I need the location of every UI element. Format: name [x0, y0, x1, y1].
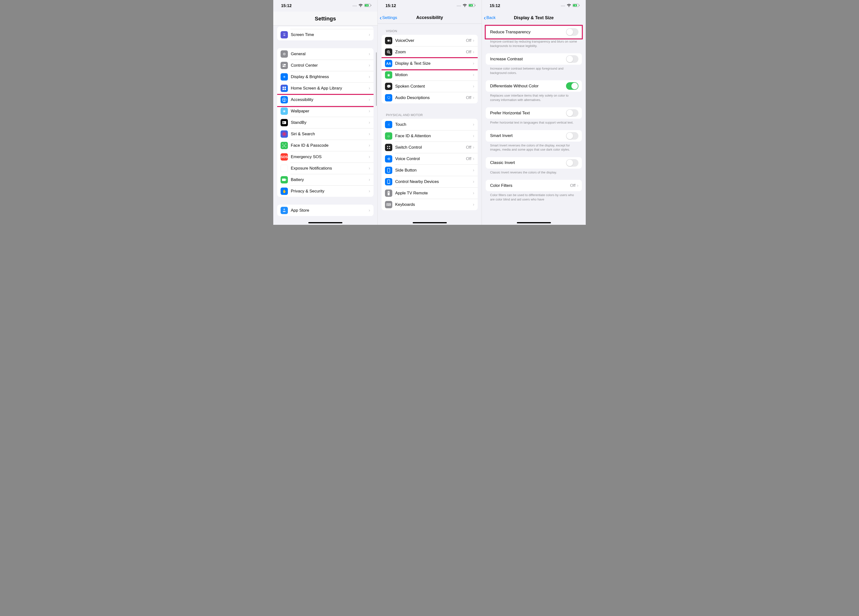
row-label: Spoken Content: [395, 84, 473, 89]
row-increase-contrast[interactable]: Increase Contrast: [486, 53, 582, 65]
row-label: Color Filters: [490, 183, 570, 188]
row-classic-invert[interactable]: Classic Invert: [486, 157, 582, 168]
row-control-nearby[interactable]: Control Nearby Devices ›: [381, 176, 478, 187]
row-screen-time[interactable]: ⌛︎ Screen Time ›: [277, 29, 373, 41]
svg-rect-32: [387, 168, 390, 172]
row-keyboards[interactable]: ⌨︎ Keyboards ›: [381, 199, 478, 210]
row-faceid-attention[interactable]: ☺︎ Face ID & Attention ›: [381, 130, 478, 142]
row-faceid-passcode[interactable]: Face ID & Passcode ›: [277, 140, 373, 151]
scrollbar[interactable]: [376, 52, 377, 106]
row-voiceover[interactable]: VoiceOver Off ›: [381, 35, 478, 46]
status-bar: 15:12 ••••: [273, 0, 378, 12]
row-side-button[interactable]: Side Button ›: [381, 164, 478, 176]
toggle-reduce-transparency[interactable]: [566, 28, 578, 36]
group-prefer-horizontal: Prefer Horizontal Text: [486, 107, 582, 119]
row-color-filters[interactable]: Color Filters Off ›: [486, 180, 582, 191]
row-prefer-horizontal[interactable]: Prefer Horizontal Text: [486, 107, 582, 119]
row-accessibility[interactable]: Accessibility ›: [277, 94, 373, 105]
svg-rect-33: [390, 169, 390, 170]
row-control-center[interactable]: Control Center ›: [277, 59, 373, 71]
chevron-right-icon: ›: [369, 154, 370, 159]
chevron-right-icon: ›: [369, 86, 370, 91]
back-button[interactable]: ‹ Back: [482, 15, 495, 21]
home-indicator[interactable]: [308, 222, 342, 223]
row-audio-descriptions[interactable]: 🗨︎ Audio Descriptions Off ›: [381, 92, 478, 103]
row-switch-control[interactable]: Switch Control Off ›: [381, 142, 478, 153]
footer-differentiate-color: Replaces user interface items that rely …: [482, 92, 586, 104]
row-app-store[interactable]: App Store ›: [277, 204, 373, 216]
row-display-text-size[interactable]: AA Display & Text Size ›: [381, 58, 478, 69]
zoom-icon: [385, 48, 392, 56]
chevron-right-icon: ›: [473, 145, 474, 150]
home-indicator[interactable]: [517, 222, 551, 223]
toggle-differentiate-color[interactable]: [566, 82, 578, 90]
settings-content[interactable]: ⌛︎ Screen Time › ⚙︎ General › Control Ce…: [273, 25, 378, 225]
row-label: Control Nearby Devices: [395, 179, 473, 184]
row-general[interactable]: ⚙︎ General ›: [277, 48, 373, 59]
accessibility-content[interactable]: VISION VoiceOver Off › Zoom Off › AA Dis…: [378, 24, 481, 225]
back-label: Back: [486, 15, 496, 20]
row-value: Off: [466, 50, 472, 55]
row-value: Off: [466, 95, 472, 100]
chevron-left-icon: ‹: [380, 15, 382, 21]
svg-point-22: [387, 40, 389, 42]
nav-bar: ‹ Back Display & Text Size: [482, 12, 586, 24]
svg-rect-21: [475, 5, 475, 6]
row-unknown-top[interactable]: [277, 27, 373, 29]
row-label: Touch: [395, 122, 473, 127]
row-emergency-sos[interactable]: SOS Emergency SOS ›: [277, 151, 373, 162]
toggle-smart-invert[interactable]: [566, 132, 578, 140]
sos-icon: SOS: [281, 153, 288, 161]
svg-point-12: [284, 98, 284, 99]
group-color-filters: Color Filters Off ›: [486, 180, 582, 191]
toggle-increase-contrast[interactable]: [566, 55, 578, 63]
footer-increase-contrast: Increase color contrast between app fore…: [482, 65, 586, 77]
chevron-right-icon: ›: [369, 177, 370, 182]
row-motion[interactable]: ◉ Motion ›: [381, 69, 478, 81]
row-battery[interactable]: Battery ›: [277, 174, 373, 186]
row-voice-control[interactable]: Voice Control Off ›: [381, 153, 478, 164]
motor-group: ☝︎ Touch › ☺︎ Face ID & Attention › Swit…: [381, 119, 478, 210]
status-bar: 15:12 ••••: [482, 0, 586, 12]
toggle-prefer-horizontal[interactable]: [566, 109, 578, 117]
section-header-motor: PHYSICAL AND MOTOR: [378, 108, 481, 119]
gear-icon: ⚙︎: [281, 50, 288, 58]
row-zoom[interactable]: Zoom Off ›: [381, 46, 478, 58]
row-display-brightness[interactable]: ☀︎ Display & Brightness ›: [277, 71, 373, 83]
row-differentiate-color[interactable]: Differentiate Without Color: [486, 80, 582, 92]
svg-rect-29: [388, 158, 389, 160]
svg-rect-30: [389, 158, 389, 160]
toggle-classic-invert[interactable]: [566, 159, 578, 167]
row-label: Battery: [291, 177, 369, 182]
side-button-icon: [385, 167, 392, 174]
row-value: Off: [570, 183, 575, 188]
display-text-content[interactable]: Reduce Transparency Improve contrast by …: [482, 24, 586, 225]
row-exposure-notifications[interactable]: ⦿ Exposure Notifications ›: [277, 162, 373, 174]
row-smart-invert[interactable]: Smart Invert: [486, 130, 582, 142]
footer-prefer-horizontal: Prefer horizontal text in languages that…: [482, 119, 586, 127]
row-standby[interactable]: StandBy ›: [277, 117, 373, 128]
group-differentiate-color: Differentiate Without Color: [486, 80, 582, 92]
row-label: Zoom: [395, 50, 466, 55]
home-indicator[interactable]: [413, 222, 447, 223]
row-wallpaper[interactable]: ❀ Wallpaper ›: [277, 105, 373, 117]
svg-point-36: [388, 192, 389, 193]
back-button[interactable]: ‹ Settings: [378, 15, 397, 21]
row-reduce-transparency[interactable]: Reduce Transparency: [486, 26, 582, 38]
audio-desc-icon: 🗨︎: [385, 94, 392, 101]
chevron-right-icon: ›: [473, 202, 474, 207]
row-siri-search[interactable]: Siri & Search ›: [277, 128, 373, 140]
svg-point-16: [285, 145, 285, 145]
row-home-screen[interactable]: Home Screen & App Library ›: [277, 83, 373, 94]
voiceover-icon: [385, 37, 392, 44]
vision-group: VoiceOver Off › Zoom Off › AA Display & …: [381, 35, 478, 103]
row-label: App Store: [291, 208, 369, 213]
row-spoken-content[interactable]: 💬 Spoken Content ›: [381, 81, 478, 92]
row-privacy-security[interactable]: ✋ Privacy & Security ›: [277, 186, 373, 197]
row-apple-tv-remote[interactable]: Apple TV Remote ›: [381, 187, 478, 199]
status-indicators: ••••: [561, 3, 580, 8]
status-indicators: ••••: [353, 3, 372, 8]
chevron-left-icon: ‹: [484, 15, 486, 21]
row-touch[interactable]: ☝︎ Touch ›: [381, 119, 478, 130]
row-label: Siri & Search: [291, 132, 369, 136]
